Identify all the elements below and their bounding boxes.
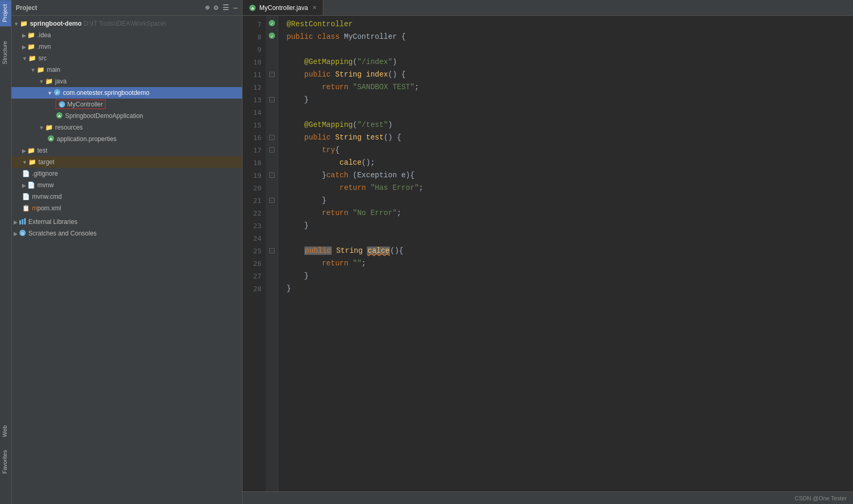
locate-icon[interactable]: ⊕ (205, 3, 209, 12)
tree-item-idea[interactable]: ▶ 📁 .idea (12, 29, 242, 41)
settings-icon[interactable]: ⚙ (214, 3, 218, 12)
tree-item-root[interactable]: ▼ 📁 springboot-demo D:\IT Tools\IDEA\Wor… (12, 18, 242, 29)
ln-7: 7 (243, 18, 266, 30)
paren-11: () { (388, 70, 406, 79)
tree-item-scratches[interactable]: ▶ S Scratches and Consoles (12, 228, 242, 239)
tab-bar: ☘ MyController.java ✕ (243, 0, 853, 16)
tree-item-package[interactable]: ▼ P com.onetester.springbootdemo (12, 87, 242, 99)
resources-arrow: ▼ (39, 125, 44, 131)
code-line-20: return "Has Error" ; (287, 181, 853, 194)
scratches-label: Scratches and Consoles (28, 230, 97, 237)
project-toolbar: Project ⊕ ⚙ ☰ — (12, 0, 242, 16)
space-25 (332, 246, 336, 255)
side-tab-project[interactable]: Project (0, 0, 11, 26)
tree-item-main[interactable]: ▼ 📁 main (12, 64, 242, 76)
ln-25: 25 (243, 244, 266, 257)
tree-item-gitignore[interactable]: 📄 .gitignore (12, 168, 242, 179)
tree-item-mvnw[interactable]: ▶ 📄 mvnw (12, 179, 242, 191)
pomxml-label-rest: pom.xml (37, 205, 61, 212)
gear-icon[interactable]: ☰ (223, 3, 229, 12)
tree-item-test[interactable]: ▶ 📁 test (12, 145, 242, 156)
mvnw-icon: 📄 (27, 181, 35, 189)
gutter-25[interactable]: − (266, 244, 278, 257)
fold-icon-19: − (269, 173, 275, 178)
svg-text:✓: ✓ (270, 34, 273, 38)
kw-public-16: public (304, 133, 331, 142)
indent-26 (287, 259, 322, 267)
brace-23: } (287, 221, 309, 230)
gutter-16[interactable]: − (266, 131, 278, 144)
space-11a (331, 70, 335, 79)
side-tab-favorites[interactable]: Favorites (0, 446, 11, 478)
tree-item-resources[interactable]: ▼ 📁 resources (12, 122, 242, 133)
space-22 (349, 209, 353, 217)
method-calce-25-highlight: calce (367, 246, 390, 255)
project-toolbar-icons: ⊕ ⚙ ☰ — (205, 3, 238, 12)
root-name: springboot-demo (30, 20, 82, 27)
code-line-13: } (287, 93, 853, 106)
tree-item-ext-libs[interactable]: ▶ External Libraries (12, 216, 242, 228)
getmapping-param-15: ( (353, 121, 357, 129)
gutter: ✓ ✓ − (266, 16, 278, 491)
gutter-18 (266, 156, 278, 169)
fold-icon-13: − (269, 97, 275, 102)
code-line-7: @RestController (287, 18, 853, 30)
gutter-23 (266, 219, 278, 232)
ln-22: 22 (243, 207, 266, 219)
indent-25 (287, 246, 304, 255)
pkg-icon: P (54, 89, 61, 98)
kw-return-22: return (322, 209, 348, 217)
indent-19: } (287, 171, 327, 179)
gutter-19[interactable]: − (266, 169, 278, 181)
tree-item-appprops[interactable]: ☘ application.properties (12, 133, 242, 145)
gutter-28 (266, 282, 278, 295)
gutter-7: ✓ (266, 18, 278, 30)
tree-item-src[interactable]: ▼ 📁 src (12, 52, 242, 64)
tree-item-target[interactable]: ▼ 📁 target (12, 156, 242, 168)
controller-inner: C MyController (56, 100, 106, 109)
svg-rect-9 (22, 219, 24, 224)
tree-item-app[interactable]: ☘ SpringbootDemoApplication (12, 110, 242, 122)
fold-icon-16: − (269, 135, 275, 140)
gutter-15 (266, 119, 278, 131)
controller-label: MyController (67, 101, 103, 108)
classname-8: MyController { (340, 33, 406, 41)
gitignore-icon: 📄 (22, 170, 30, 177)
tree-item-mvn[interactable]: ▶ 📁 .mvn (12, 41, 242, 52)
tree-item-mycontroller[interactable]: C MyController (12, 99, 242, 110)
gutter-11[interactable]: − (266, 68, 278, 81)
line-numbers: 7 8 9 10 11 12 13 14 15 16 17 18 19 20 2… (243, 16, 266, 491)
code-line-8: public class MyController { (287, 30, 853, 43)
status-text: CSDN @One Tester (795, 495, 847, 501)
gutter-13[interactable]: − (266, 93, 278, 106)
brace-27: } (287, 272, 309, 280)
gitignore-label: .gitignore (32, 170, 58, 177)
idea-folder-icon: 📁 (27, 31, 35, 39)
pomxml-label: m (32, 205, 37, 212)
side-tab-web[interactable]: Web (0, 421, 11, 441)
type-string-11: String (335, 70, 361, 79)
side-tab-structure[interactable]: Structure (0, 37, 11, 69)
space-25b (363, 246, 367, 255)
gutter-17[interactable]: − (266, 144, 278, 156)
paren-close-10: ) (393, 58, 397, 66)
ln-17: 17 (243, 144, 266, 156)
gutter-21[interactable]: − (266, 194, 278, 207)
tab-mycontroller[interactable]: ☘ MyController.java ✕ (243, 0, 323, 15)
type-string-25: String (336, 246, 362, 255)
tree-item-mvnwcmd[interactable]: 📄 mvnw.cmd (12, 191, 242, 202)
tree-item-pomxml[interactable]: 📋 m pom.xml (12, 202, 242, 214)
minimize-icon[interactable]: — (234, 4, 238, 12)
code-lines[interactable]: @RestController public class MyControlle… (278, 16, 853, 491)
brace-13: } (287, 95, 309, 104)
gutter-22 (266, 207, 278, 219)
file-tree: ▼ 📁 springboot-demo D:\IT Tools\IDEA\Wor… (12, 16, 242, 504)
svg-rect-10 (24, 218, 26, 224)
ln-27: 27 (243, 270, 266, 282)
tab-close-btn[interactable]: ✕ (312, 5, 317, 10)
tree-item-java[interactable]: ▼ 📁 java (12, 76, 242, 87)
svg-text:☘: ☘ (58, 114, 61, 117)
code-line-26: return "" ; (287, 257, 853, 270)
pkg-label: com.onetester.springbootdemo (63, 89, 150, 96)
app-icon: ☘ (56, 112, 63, 121)
